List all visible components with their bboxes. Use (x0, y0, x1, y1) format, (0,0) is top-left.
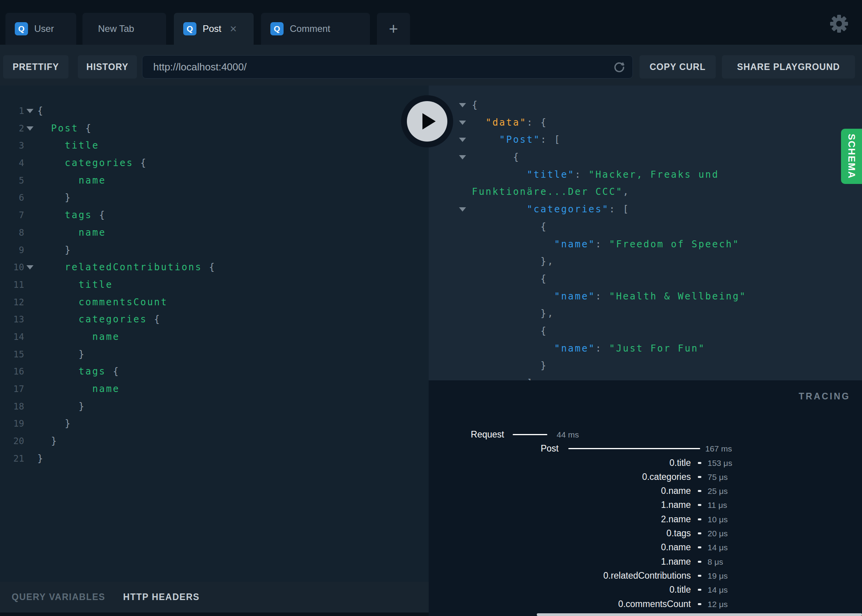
add-tab-button[interactable]: + (377, 13, 410, 45)
execute-button[interactable] (401, 95, 453, 147)
tab-comment[interactable]: Q Comment (261, 13, 370, 45)
close-tab-icon[interactable]: × (230, 23, 237, 35)
code-text: tags { (37, 363, 120, 380)
tracing-row: 0.tags20 μs (429, 527, 862, 541)
query-line[interactable]: 2 Post { (0, 120, 429, 137)
query-line[interactable]: 1{ (0, 102, 429, 120)
code-text: } (37, 415, 72, 432)
code-text: }, (472, 305, 554, 322)
response-line: "name": "Just For Fun" (429, 340, 862, 357)
reload-icon[interactable] (612, 60, 626, 74)
line-number: 19 (0, 415, 24, 432)
tracing-duration-bar (568, 448, 700, 449)
query-line[interactable]: 16 tags { (0, 363, 429, 380)
tab-new-tab[interactable]: New Tab (82, 13, 166, 45)
prettify-button[interactable]: PRETTIFY (3, 55, 68, 79)
query-badge-icon: Q (270, 22, 284, 35)
tracing-row: Request44 ms (429, 428, 862, 442)
schema-tab-label: SCHEMA (846, 134, 857, 179)
fold-arrow-icon[interactable] (26, 126, 33, 131)
graphql-playground-window: Q User New Tab Q Post × Q Comment + (0, 0, 862, 616)
http-headers-tab[interactable]: HTTP HEADERS (123, 592, 200, 602)
tracing-field-name: 0.name (661, 486, 691, 496)
fold-arrow-icon[interactable] (459, 138, 466, 142)
code-text: } (472, 357, 547, 374)
tracing-duration-bar (698, 589, 701, 591)
query-line[interactable]: 19 } (0, 415, 429, 432)
query-line[interactable]: 9 } (0, 242, 429, 259)
query-line[interactable]: 15 } (0, 346, 429, 363)
line-number: 9 (0, 242, 24, 259)
tab-label: Post (203, 23, 221, 34)
tab-user[interactable]: Q User (5, 13, 76, 45)
tracing-field-name: 0.name (661, 542, 691, 553)
response-line: { (429, 218, 862, 236)
share-playground-button[interactable]: SHARE PLAYGROUND (722, 55, 855, 79)
schema-side-tab[interactable]: SCHEMA (841, 129, 862, 184)
query-line[interactable]: 12 commentsCount (0, 294, 429, 311)
code-text: } (37, 346, 86, 363)
code-text: } (37, 398, 86, 415)
code-text: name (37, 380, 120, 398)
query-line[interactable]: 10 relatedContributions { (0, 259, 429, 276)
tracing-duration: 10 μs (708, 515, 728, 524)
query-line[interactable]: 4 categories { (0, 154, 429, 172)
copy-curl-button[interactable]: COPY CURL (639, 55, 716, 79)
query-line[interactable]: 11 title (0, 276, 429, 294)
code-text: } (37, 432, 58, 450)
fold-arrow-icon[interactable] (26, 109, 33, 113)
query-variables-tab[interactable]: QUERY VARIABLES (12, 592, 105, 602)
code-text: title (37, 276, 113, 294)
gear-icon[interactable] (829, 14, 849, 33)
query-line[interactable]: 14 name (0, 328, 429, 346)
tracing-duration-bar (698, 490, 701, 492)
query-line[interactable]: 6 } (0, 189, 429, 206)
line-number: 8 (0, 224, 24, 242)
code-text: { (472, 270, 547, 288)
response-line: { (429, 149, 862, 166)
query-line[interactable]: 8 name (0, 224, 429, 242)
tracing-field-name: 2.name (661, 514, 691, 525)
tracing-duration: 167 ms (705, 444, 732, 453)
response-line: { (429, 322, 862, 340)
query-line[interactable]: 13 categories { (0, 311, 429, 328)
tab-post[interactable]: Q Post × (174, 13, 254, 45)
fold-arrow-icon[interactable] (459, 121, 466, 125)
tab-label: New Tab (98, 23, 134, 34)
query-line[interactable]: 5 name (0, 172, 429, 189)
code-text: categories { (37, 154, 147, 172)
tracing-duration: 20 μs (708, 529, 728, 538)
tracing-duration: 25 μs (708, 486, 728, 496)
tracing-duration: 14 μs (708, 543, 728, 552)
response-line: "categories": [ (429, 201, 862, 218)
line-number: 3 (0, 137, 24, 154)
tracing-row: 0.commentsCount12 μs (429, 597, 862, 611)
query-editor[interactable]: 1{2 Post {3 title4 categories {5 name6 }… (0, 86, 429, 582)
toolbar: PRETTIFY HISTORY http://localhost:4000/ … (0, 45, 862, 86)
history-button[interactable]: HISTORY (78, 55, 137, 79)
tracing-duration-bar (698, 546, 701, 548)
line-number: 4 (0, 154, 24, 172)
horizontal-scrollbar[interactable] (537, 613, 862, 616)
fold-arrow-icon[interactable] (26, 265, 33, 270)
query-line[interactable]: 3 title (0, 137, 429, 154)
fold-arrow-icon[interactable] (459, 155, 466, 159)
line-number: 6 (0, 189, 24, 206)
code-text: categories { (37, 311, 161, 328)
query-line[interactable]: 17 name (0, 380, 429, 398)
code-text: "title": "Hacker, Freaks und (472, 166, 719, 184)
query-line[interactable]: 20 } (0, 432, 429, 450)
response-line: Funktionäre...Der CCC", (429, 183, 862, 201)
fold-arrow-icon[interactable] (459, 207, 466, 212)
query-line[interactable]: 21} (0, 450, 429, 467)
response-line: }, (429, 253, 862, 270)
response-line: "name": "Freedom of Speech" (429, 236, 862, 253)
query-line[interactable]: 18 } (0, 398, 429, 415)
query-line[interactable]: 7 tags { (0, 206, 429, 224)
code-text: relatedContributions { (37, 259, 216, 276)
fold-arrow-icon[interactable] (459, 103, 466, 107)
tracing-row: 0.title153 μs (429, 456, 862, 470)
endpoint-url-input[interactable]: http://localhost:4000/ (142, 55, 633, 79)
line-number: 17 (0, 380, 24, 398)
code-text: } (37, 242, 72, 259)
